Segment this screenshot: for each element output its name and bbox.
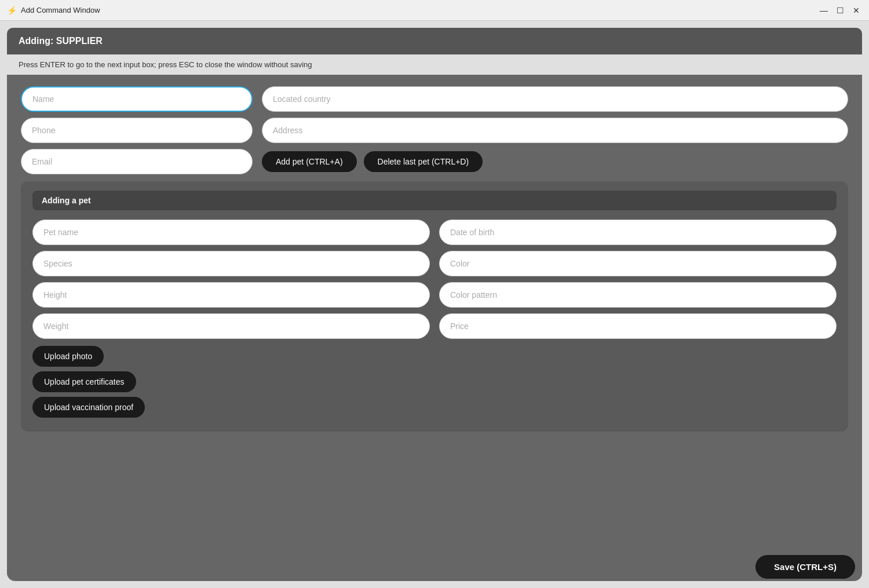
title-bar-title: Add Command Window xyxy=(21,6,100,14)
app-icon: ⚡ xyxy=(7,6,16,15)
save-button[interactable]: Save (CTRL+S) xyxy=(755,555,855,579)
supplier-fields-left xyxy=(21,86,253,174)
pet-section-title: Adding a pet xyxy=(42,196,91,205)
upload-certificates-button[interactable]: Upload pet certificates xyxy=(32,371,136,392)
maximize-button[interactable]: ☐ xyxy=(834,5,846,16)
color-pattern-input[interactable] xyxy=(439,282,837,308)
pet-fields-grid xyxy=(32,220,837,339)
supplier-fields: Add pet (CTRL+A) Delete last pet (CTRL+D… xyxy=(21,86,848,174)
height-input[interactable] xyxy=(32,282,430,308)
pet-fields-right xyxy=(439,220,837,339)
title-bar-left: ⚡ Add Command Window xyxy=(7,6,100,15)
upload-photo-button[interactable]: Upload photo xyxy=(32,346,104,367)
close-button[interactable]: ✕ xyxy=(850,5,862,16)
address-input[interactable] xyxy=(262,118,848,143)
pet-section: Adding a pet xyxy=(21,181,848,432)
upload-buttons: Upload photo Upload pet certificates Upl… xyxy=(32,346,837,418)
supplier-fields-right: Add pet (CTRL+A) Delete last pet (CTRL+D… xyxy=(262,86,848,174)
main-form-area: Add pet (CTRL+A) Delete last pet (CTRL+D… xyxy=(7,75,862,581)
email-input[interactable] xyxy=(21,149,253,174)
instruction-text: Press ENTER to go to the next input box;… xyxy=(19,60,312,69)
title-bar-controls: — ☐ ✕ xyxy=(818,5,862,16)
window-header-title: Adding: SUPPLIER xyxy=(19,36,103,46)
upload-vaccination-button[interactable]: Upload vaccination proof xyxy=(32,397,145,418)
window-content: Adding: SUPPLIER Press ENTER to go to th… xyxy=(0,21,869,588)
pet-fields-left xyxy=(32,220,430,339)
country-input[interactable] xyxy=(262,86,848,112)
pet-section-header: Adding a pet xyxy=(32,191,837,210)
delete-pet-button[interactable]: Delete last pet (CTRL+D) xyxy=(364,151,483,172)
window-header: Adding: SUPPLIER xyxy=(7,28,862,54)
weight-input[interactable] xyxy=(32,313,430,339)
add-pet-button[interactable]: Add pet (CTRL+A) xyxy=(262,151,357,172)
price-input[interactable] xyxy=(439,313,837,339)
species-input[interactable] xyxy=(32,251,430,276)
color-input[interactable] xyxy=(439,251,837,276)
name-input[interactable] xyxy=(21,86,253,112)
minimize-button[interactable]: — xyxy=(818,5,830,16)
title-bar: ⚡ Add Command Window — ☐ ✕ xyxy=(0,0,869,21)
save-area: Save (CTRL+S) xyxy=(755,555,855,579)
pet-name-input[interactable] xyxy=(32,220,430,245)
pet-action-buttons: Add pet (CTRL+A) Delete last pet (CTRL+D… xyxy=(262,151,848,172)
date-of-birth-input[interactable] xyxy=(439,220,837,245)
phone-input[interactable] xyxy=(21,118,253,143)
instruction-bar: Press ENTER to go to the next input box;… xyxy=(7,54,862,75)
